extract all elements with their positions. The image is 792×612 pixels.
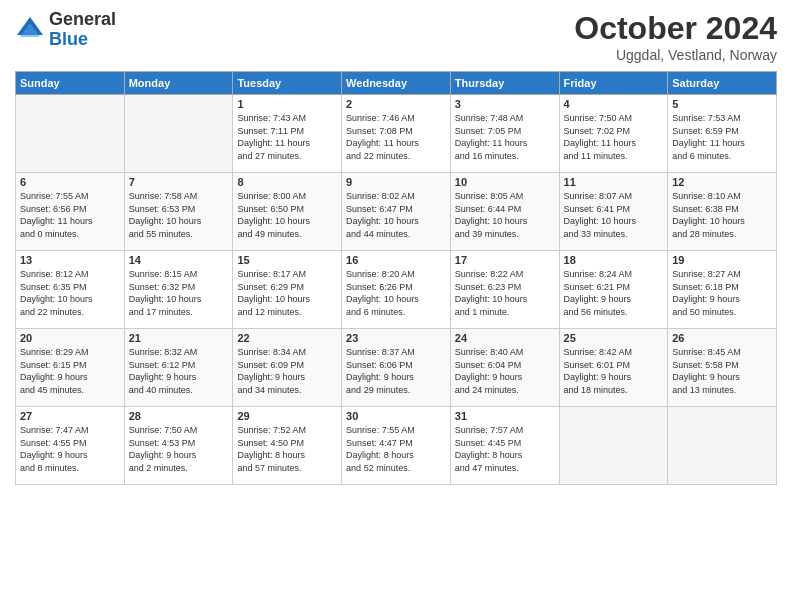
cell-content: Sunrise: 8:20 AM Sunset: 6:26 PM Dayligh… <box>346 268 446 318</box>
cell-content: Sunrise: 8:22 AM Sunset: 6:23 PM Dayligh… <box>455 268 555 318</box>
cell-content: Sunrise: 8:27 AM Sunset: 6:18 PM Dayligh… <box>672 268 772 318</box>
calendar-cell: 4Sunrise: 7:50 AM Sunset: 7:02 PM Daylig… <box>559 95 668 173</box>
calendar-cell: 16Sunrise: 8:20 AM Sunset: 6:26 PM Dayli… <box>342 251 451 329</box>
cell-content: Sunrise: 8:29 AM Sunset: 6:15 PM Dayligh… <box>20 346 120 396</box>
calendar-cell <box>668 407 777 485</box>
cell-content: Sunrise: 7:47 AM Sunset: 4:55 PM Dayligh… <box>20 424 120 474</box>
calendar-cell: 29Sunrise: 7:52 AM Sunset: 4:50 PM Dayli… <box>233 407 342 485</box>
calendar-cell: 7Sunrise: 7:58 AM Sunset: 6:53 PM Daylig… <box>124 173 233 251</box>
day-number: 21 <box>129 332 229 344</box>
calendar-cell: 24Sunrise: 8:40 AM Sunset: 6:04 PM Dayli… <box>450 329 559 407</box>
calendar-cell: 13Sunrise: 8:12 AM Sunset: 6:35 PM Dayli… <box>16 251 125 329</box>
calendar-cell: 17Sunrise: 8:22 AM Sunset: 6:23 PM Dayli… <box>450 251 559 329</box>
location-subtitle: Uggdal, Vestland, Norway <box>574 47 777 63</box>
cell-content: Sunrise: 8:05 AM Sunset: 6:44 PM Dayligh… <box>455 190 555 240</box>
cell-content: Sunrise: 7:46 AM Sunset: 7:08 PM Dayligh… <box>346 112 446 162</box>
header-saturday: Saturday <box>668 72 777 95</box>
page: General Blue October 2024 Uggdal, Vestla… <box>0 0 792 612</box>
day-number: 29 <box>237 410 337 422</box>
cell-content: Sunrise: 7:57 AM Sunset: 4:45 PM Dayligh… <box>455 424 555 474</box>
cell-content: Sunrise: 7:55 AM Sunset: 6:56 PM Dayligh… <box>20 190 120 240</box>
calendar-cell: 20Sunrise: 8:29 AM Sunset: 6:15 PM Dayli… <box>16 329 125 407</box>
calendar-cell: 22Sunrise: 8:34 AM Sunset: 6:09 PM Dayli… <box>233 329 342 407</box>
week-row-1: 1Sunrise: 7:43 AM Sunset: 7:11 PM Daylig… <box>16 95 777 173</box>
calendar-cell: 10Sunrise: 8:05 AM Sunset: 6:44 PM Dayli… <box>450 173 559 251</box>
calendar-cell: 9Sunrise: 8:02 AM Sunset: 6:47 PM Daylig… <box>342 173 451 251</box>
cell-content: Sunrise: 8:00 AM Sunset: 6:50 PM Dayligh… <box>237 190 337 240</box>
day-number: 22 <box>237 332 337 344</box>
cell-content: Sunrise: 8:45 AM Sunset: 5:58 PM Dayligh… <box>672 346 772 396</box>
day-number: 2 <box>346 98 446 110</box>
calendar-cell: 3Sunrise: 7:48 AM Sunset: 7:05 PM Daylig… <box>450 95 559 173</box>
cell-content: Sunrise: 7:55 AM Sunset: 4:47 PM Dayligh… <box>346 424 446 474</box>
day-number: 27 <box>20 410 120 422</box>
day-number: 11 <box>564 176 664 188</box>
cell-content: Sunrise: 8:12 AM Sunset: 6:35 PM Dayligh… <box>20 268 120 318</box>
day-number: 7 <box>129 176 229 188</box>
cell-content: Sunrise: 7:58 AM Sunset: 6:53 PM Dayligh… <box>129 190 229 240</box>
day-number: 8 <box>237 176 337 188</box>
day-number: 31 <box>455 410 555 422</box>
day-number: 16 <box>346 254 446 266</box>
logo-text: General Blue <box>49 10 116 50</box>
calendar-cell <box>124 95 233 173</box>
calendar-cell: 11Sunrise: 8:07 AM Sunset: 6:41 PM Dayli… <box>559 173 668 251</box>
calendar-cell <box>559 407 668 485</box>
day-number: 5 <box>672 98 772 110</box>
calendar-cell: 26Sunrise: 8:45 AM Sunset: 5:58 PM Dayli… <box>668 329 777 407</box>
calendar-cell: 21Sunrise: 8:32 AM Sunset: 6:12 PM Dayli… <box>124 329 233 407</box>
header-monday: Monday <box>124 72 233 95</box>
cell-content: Sunrise: 8:32 AM Sunset: 6:12 PM Dayligh… <box>129 346 229 396</box>
day-number: 19 <box>672 254 772 266</box>
week-row-4: 20Sunrise: 8:29 AM Sunset: 6:15 PM Dayli… <box>16 329 777 407</box>
day-number: 24 <box>455 332 555 344</box>
cell-content: Sunrise: 8:10 AM Sunset: 6:38 PM Dayligh… <box>672 190 772 240</box>
cell-content: Sunrise: 7:43 AM Sunset: 7:11 PM Dayligh… <box>237 112 337 162</box>
week-row-2: 6Sunrise: 7:55 AM Sunset: 6:56 PM Daylig… <box>16 173 777 251</box>
weekday-header-row: Sunday Monday Tuesday Wednesday Thursday… <box>16 72 777 95</box>
day-number: 14 <box>129 254 229 266</box>
calendar-cell: 31Sunrise: 7:57 AM Sunset: 4:45 PM Dayli… <box>450 407 559 485</box>
calendar-cell: 19Sunrise: 8:27 AM Sunset: 6:18 PM Dayli… <box>668 251 777 329</box>
cell-content: Sunrise: 8:02 AM Sunset: 6:47 PM Dayligh… <box>346 190 446 240</box>
title-block: October 2024 Uggdal, Vestland, Norway <box>574 10 777 63</box>
header-sunday: Sunday <box>16 72 125 95</box>
cell-content: Sunrise: 8:34 AM Sunset: 6:09 PM Dayligh… <box>237 346 337 396</box>
cell-content: Sunrise: 8:24 AM Sunset: 6:21 PM Dayligh… <box>564 268 664 318</box>
calendar-cell: 28Sunrise: 7:50 AM Sunset: 4:53 PM Dayli… <box>124 407 233 485</box>
day-number: 12 <box>672 176 772 188</box>
day-number: 30 <box>346 410 446 422</box>
header-wednesday: Wednesday <box>342 72 451 95</box>
calendar-cell <box>16 95 125 173</box>
cell-content: Sunrise: 8:07 AM Sunset: 6:41 PM Dayligh… <box>564 190 664 240</box>
calendar-cell: 23Sunrise: 8:37 AM Sunset: 6:06 PM Dayli… <box>342 329 451 407</box>
calendar-cell: 2Sunrise: 7:46 AM Sunset: 7:08 PM Daylig… <box>342 95 451 173</box>
week-row-3: 13Sunrise: 8:12 AM Sunset: 6:35 PM Dayli… <box>16 251 777 329</box>
calendar-cell: 6Sunrise: 7:55 AM Sunset: 6:56 PM Daylig… <box>16 173 125 251</box>
day-number: 26 <box>672 332 772 344</box>
cell-content: Sunrise: 7:50 AM Sunset: 7:02 PM Dayligh… <box>564 112 664 162</box>
day-number: 20 <box>20 332 120 344</box>
day-number: 23 <box>346 332 446 344</box>
day-number: 9 <box>346 176 446 188</box>
day-number: 25 <box>564 332 664 344</box>
cell-content: Sunrise: 8:15 AM Sunset: 6:32 PM Dayligh… <box>129 268 229 318</box>
calendar-cell: 1Sunrise: 7:43 AM Sunset: 7:11 PM Daylig… <box>233 95 342 173</box>
day-number: 15 <box>237 254 337 266</box>
calendar-table: Sunday Monday Tuesday Wednesday Thursday… <box>15 71 777 485</box>
day-number: 13 <box>20 254 120 266</box>
cell-content: Sunrise: 8:42 AM Sunset: 6:01 PM Dayligh… <box>564 346 664 396</box>
calendar-cell: 27Sunrise: 7:47 AM Sunset: 4:55 PM Dayli… <box>16 407 125 485</box>
header: General Blue October 2024 Uggdal, Vestla… <box>15 10 777 63</box>
day-number: 4 <box>564 98 664 110</box>
cell-content: Sunrise: 8:40 AM Sunset: 6:04 PM Dayligh… <box>455 346 555 396</box>
header-thursday: Thursday <box>450 72 559 95</box>
header-tuesday: Tuesday <box>233 72 342 95</box>
calendar-cell: 15Sunrise: 8:17 AM Sunset: 6:29 PM Dayli… <box>233 251 342 329</box>
day-number: 18 <box>564 254 664 266</box>
day-number: 1 <box>237 98 337 110</box>
calendar-cell: 14Sunrise: 8:15 AM Sunset: 6:32 PM Dayli… <box>124 251 233 329</box>
cell-content: Sunrise: 7:48 AM Sunset: 7:05 PM Dayligh… <box>455 112 555 162</box>
month-title: October 2024 <box>574 10 777 47</box>
day-number: 17 <box>455 254 555 266</box>
